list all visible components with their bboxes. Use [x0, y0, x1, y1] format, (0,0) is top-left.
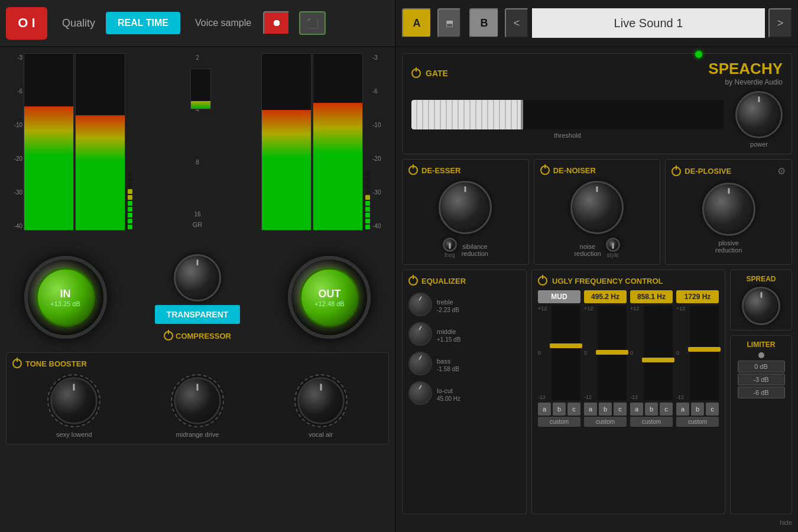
ufc-495-b-btn[interactable]: b: [599, 403, 612, 416]
speachy-title: SPEACHY: [708, 60, 783, 78]
de-plosive-knob[interactable]: [702, 183, 755, 236]
de-esser-knob[interactable]: [439, 181, 492, 234]
de-noiser-label: noise reduction: [574, 243, 601, 257]
in-knob-group: IN +13.25 dB: [24, 256, 107, 339]
spread-knob[interactable]: [742, 287, 780, 325]
limiter-6db-btn[interactable]: -6 dB: [738, 387, 785, 398]
ufc-band-mud: MUD +12 0 -12 a: [538, 290, 580, 508]
meter-scale-label: -10: [372, 122, 389, 128]
limiter-3db-btn[interactable]: -3 dB: [738, 374, 785, 385]
transparent-button[interactable]: TRANSPARENT: [155, 305, 241, 324]
ufc-1729-custom-btn[interactable]: custom: [676, 417, 719, 427]
out-knob[interactable]: OUT +12.48 dB: [288, 256, 371, 339]
meter-scale-label: -3: [6, 54, 22, 61]
out-knob-value: +12.48 dB: [314, 300, 344, 307]
preset-copy-button[interactable]: ⬒: [437, 8, 461, 38]
eq-middle-knob[interactable]: [408, 322, 432, 346]
eq-bass-label: bass: [437, 358, 450, 365]
de-plosive-settings[interactable]: ⚙: [777, 166, 786, 177]
eq-power-icon[interactable]: [408, 276, 418, 286]
hide-button[interactable]: hide: [780, 519, 792, 526]
de-plosive-label: plosive reduction: [715, 239, 742, 254]
ufc-1729-fader[interactable]: [690, 306, 719, 400]
preset-a-button[interactable]: A: [402, 8, 432, 38]
preset-b-button[interactable]: B: [469, 8, 499, 38]
in-knob[interactable]: IN +13.25 dB: [24, 256, 107, 339]
eq-locut-knob[interactable]: [408, 381, 432, 405]
de-plosive-power-icon[interactable]: [672, 167, 681, 176]
power-button[interactable]: O I: [6, 7, 47, 40]
vocal-air-knob[interactable]: [297, 377, 345, 424]
ufc-1729-c-btn[interactable]: c: [706, 403, 719, 416]
spread-section: SPREAD: [730, 270, 792, 330]
compressor-knob[interactable]: [174, 254, 221, 301]
ufc-858-custom-btn[interactable]: custom: [630, 417, 673, 427]
de-noiser-title: DE-NOISER: [553, 166, 596, 175]
gate-power-knob[interactable]: [735, 91, 783, 138]
ufc-495-a-btn[interactable]: a: [584, 403, 597, 416]
meter-bar-4: [261, 53, 312, 231]
ufc-1729-a-btn[interactable]: a: [676, 403, 689, 416]
ufc-mud-a-btn[interactable]: a: [538, 403, 551, 416]
gr-meter: [190, 69, 211, 109]
gate-power-label: power: [750, 141, 768, 148]
sexy-lowend-label: sexy lowend: [56, 431, 92, 438]
compressor-power-icon[interactable]: [164, 331, 173, 340]
ufc-858-a-btn[interactable]: a: [630, 403, 643, 416]
eq-middle-label: middle: [437, 328, 456, 335]
midrange-drive-knob[interactable]: [174, 377, 221, 424]
gr-scale-label: 2: [194, 54, 200, 61]
ufc-1729-b-btn[interactable]: b: [691, 403, 704, 416]
spread-title: SPREAD: [746, 275, 776, 283]
ufc-mud-c-btn[interactable]: c: [567, 403, 580, 416]
de-esser-power-icon[interactable]: [408, 166, 418, 175]
vocal-air-knob-group: vocal air: [294, 374, 348, 438]
de-noiser-knob[interactable]: [570, 181, 624, 234]
de-noiser-power-icon[interactable]: [540, 166, 550, 175]
ufc-mud-custom-btn[interactable]: custom: [538, 417, 580, 427]
ufc-858-b-btn[interactable]: b: [645, 403, 658, 416]
ufc-495-fader[interactable]: [598, 306, 627, 400]
ufc-495-custom-btn[interactable]: custom: [584, 417, 627, 427]
realtime-button[interactable]: REAL TIME: [106, 12, 180, 34]
meter-bar-5: [313, 53, 363, 231]
sexy-lowend-knob[interactable]: [50, 377, 98, 424]
ufc-mud-btn[interactable]: MUD: [538, 290, 580, 303]
de-esser-freq-knob[interactable]: [443, 238, 457, 252]
gate-threshold-thumb[interactable]: [521, 100, 523, 129]
ufc-section: UGLY FREQUENCY CONTROL MUD +12 0 -12: [531, 270, 725, 514]
nav-next-button[interactable]: >: [768, 8, 792, 38]
gate-power-icon[interactable]: [411, 69, 421, 78]
midrange-drive-knob-group: midrange drive: [171, 374, 224, 438]
ufc-mud-fader[interactable]: [552, 306, 580, 400]
eq-bass-value: -1.58 dB: [437, 366, 459, 372]
de-noiser-style-knob[interactable]: [606, 238, 620, 252]
limiter-0db-btn[interactable]: 0 dB: [738, 361, 785, 372]
ufc-858-fader[interactable]: [644, 306, 673, 400]
eq-treble-knob[interactable]: [408, 293, 432, 316]
de-noiser-style-label: style: [606, 252, 619, 258]
meter-bar-1: [24, 53, 74, 231]
ufc-1729-btn[interactable]: 1729 Hz: [676, 290, 719, 303]
ufc-power-icon[interactable]: [538, 276, 547, 286]
status-dot: [695, 51, 702, 58]
tone-booster-power-icon[interactable]: [12, 359, 22, 368]
ufc-mud-b-btn[interactable]: b: [553, 403, 566, 416]
limiter-title: LIMITER: [747, 340, 776, 349]
meter-bar-2: [75, 53, 125, 231]
nav-prev-button[interactable]: <: [505, 8, 528, 38]
ufc-scale-bot: -12: [538, 394, 550, 400]
in-knob-value: +13.25 dB: [50, 300, 80, 307]
stop-button[interactable]: ⬛: [299, 11, 326, 35]
ufc-495-btn[interactable]: 495.2 Hz: [584, 290, 627, 303]
ufc-858-btn[interactable]: 858.1 Hz: [630, 290, 673, 303]
ufc-858-c-btn[interactable]: c: [660, 403, 673, 416]
eq-treble-label: treble: [437, 299, 453, 306]
meter-scale-label: -30: [372, 189, 389, 196]
ufc-495-c-btn[interactable]: c: [614, 403, 627, 416]
eq-bass-knob[interactable]: [408, 352, 432, 375]
gate-slider-container[interactable]: threshold: [411, 100, 724, 139]
meter-scale-label: -3: [372, 54, 389, 61]
record-button[interactable]: ⏺: [263, 11, 290, 35]
equalizer-section: EQUALIZER treble -2.23 dB middle +1.15 d…: [402, 270, 527, 514]
